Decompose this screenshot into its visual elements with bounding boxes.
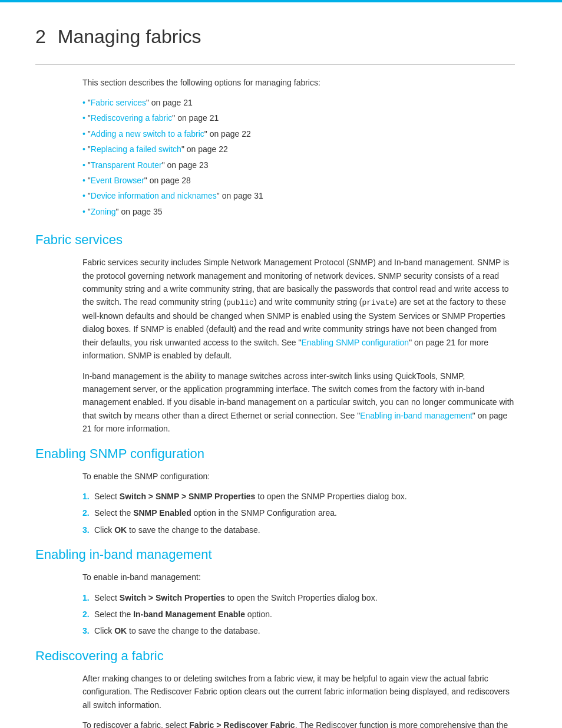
link-enabling-inband-1[interactable]: Enabling in-band management (360, 411, 472, 420)
toc-link-3[interactable]: Adding a new switch to a fabric (91, 129, 204, 139)
snmp-step-1: Select Switch > SNMP > SNMP Properties t… (82, 490, 515, 503)
enabling-snmp-intro: To enable the SNMP configuration: (82, 470, 515, 483)
snmp-step-3: Click OK to save the change to the datab… (82, 523, 515, 536)
section-body-rediscovering: After making changes to or deleting swit… (82, 672, 515, 728)
snmp-steps-list: Select Switch > SNMP > SNMP Properties t… (82, 490, 515, 536)
chapter-title-row: 2 Managing fabrics (35, 20, 515, 65)
rediscover-bold: Fabric > Rediscover Fabric (189, 720, 295, 728)
toc-link-2[interactable]: Rediscovering a fabric (91, 113, 173, 123)
content-area: 2 Managing fabrics This section describe… (0, 2, 562, 728)
section-heading-rediscovering: Rediscovering a fabric (35, 648, 515, 664)
section-heading-enabling-inband: Enabling in-band management (35, 547, 515, 562)
inband-step-1-bold: Switch > Switch Properties (120, 593, 225, 602)
toc-item-3: "Adding a new switch to a fabric" on pag… (82, 127, 515, 140)
intro-paragraph: This section describes the following opt… (82, 77, 515, 89)
snmp-step-2: Select the SNMP Enabled option in the SN… (82, 506, 515, 519)
inband-step-3-bold: OK (114, 626, 127, 635)
section-heading-enabling-snmp: Enabling SNMP configuration (35, 446, 515, 462)
inband-step-2-bold: In-band Management Enable (133, 610, 245, 619)
chapter-title: Managing fabrics (58, 26, 201, 48)
chapter-number: 2 (35, 26, 46, 48)
toc-item-7: "Device information and nicknames" on pa… (82, 189, 515, 202)
toc-link-7[interactable]: Device information and nicknames (91, 191, 217, 200)
toc-item-2: "Rediscovering a fabric" on page 21 (82, 111, 515, 124)
toc-link-8[interactable]: Zoning (91, 207, 116, 216)
toc-item-4: "Replacing a failed switch" on page 22 (82, 143, 515, 156)
toc-list: "Fabric services" on page 21 "Rediscover… (82, 96, 515, 218)
rediscovering-para-2: To rediscover a fabric, select Fabric > … (82, 719, 515, 728)
section-body-enabling-inband: To enable in-band management: Select Swi… (82, 571, 515, 638)
snmp-step-3-bold: OK (114, 525, 127, 535)
link-enabling-snmp-1[interactable]: Enabling SNMP configuration (302, 338, 409, 347)
fabric-services-para-2: In-band management is the ability to man… (82, 370, 515, 436)
toc-item-6: "Event Browser" on page 28 (82, 174, 515, 187)
snmp-step-2-bold: SNMP Enabled (133, 508, 191, 518)
section-body-fabric-services: Fabric services security includes Simple… (82, 256, 515, 435)
inband-steps-list: Select Switch > Switch Properties to ope… (82, 591, 515, 638)
toc-item-1: "Fabric services" on page 21 (82, 96, 515, 109)
toc-link-5[interactable]: Transparent Router (91, 160, 162, 170)
enabling-inband-intro: To enable in-band management: (82, 571, 515, 584)
rediscovering-para-1: After making changes to or deleting swit… (82, 672, 515, 711)
toc-link-6[interactable]: Event Browser (91, 176, 144, 185)
inband-step-3: Click OK to save the change to the datab… (82, 624, 515, 637)
code-public: public (226, 298, 254, 307)
snmp-step-1-bold: Switch > SNMP > SNMP Properties (120, 492, 256, 501)
page: 2 Managing fabrics This section describe… (0, 0, 562, 728)
toc-item-8: "Zoning" on page 35 (82, 205, 515, 218)
toc-item-5: "Transparent Router" on page 23 (82, 159, 515, 172)
code-private: private (362, 298, 394, 307)
section-heading-fabric-services: Fabric services (35, 232, 515, 248)
inband-step-1: Select Switch > Switch Properties to ope… (82, 591, 515, 604)
fabric-services-para-1: Fabric services security includes Simple… (82, 256, 515, 363)
toc-link-4[interactable]: Replacing a failed switch (91, 144, 181, 154)
inband-step-2: Select the In-band Management Enable opt… (82, 608, 515, 621)
toc-link-1[interactable]: Fabric services (91, 98, 146, 107)
section-body-enabling-snmp: To enable the SNMP configuration: Select… (82, 470, 515, 537)
